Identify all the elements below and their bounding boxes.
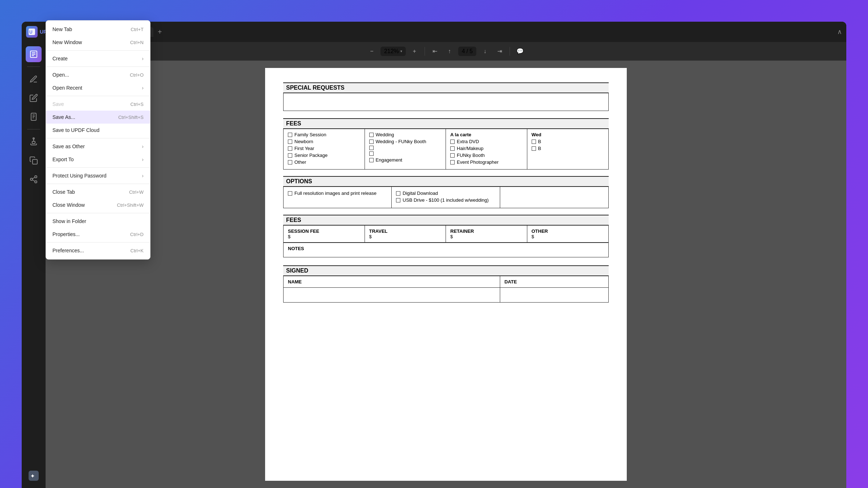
menu-item-properties[interactable]: Properties... Ctrl+D [46,228,150,241]
svg-point-14 [30,178,33,180]
menu-item-close-window[interactable]: Close Window Ctrl+Shift+W [46,198,150,211]
open-label: Open... [52,72,69,78]
menu-item-close-tab[interactable]: Close Tab Ctrl+W [46,185,150,198]
open-recent-arrow: › [142,85,144,91]
retainer-header: RETAINER$ [446,226,527,242]
zoom-out-button[interactable]: − [366,46,378,57]
sidebar-bottom: ✦ [26,468,42,484]
menu-separator-2 [46,67,150,67]
signed-title: SIGNED [283,265,609,276]
pages-icon[interactable] [26,109,42,125]
menu-separator-8 [46,242,150,243]
options-item: Digital Download [396,191,495,196]
options-col-3 [500,187,608,208]
checkbox [288,153,292,158]
zoom-in-button[interactable]: + [409,46,420,57]
menu-item-save-as[interactable]: Save As... Ctrl+Shift+S [46,111,150,124]
open-recent-label: Open Recent [52,85,82,91]
next-page-button[interactable]: ↓ [479,46,491,57]
close-tab-shortcut: Ctrl+W [129,189,144,195]
checkbox [450,160,455,164]
menu-item-show-in-folder[interactable]: Show in Folder [46,215,150,228]
checkbox [369,140,374,144]
sidebar-divider-2 [27,129,40,129]
fees-col-3: A la carte Extra DVD Hair/Makeup FUNky B… [446,129,527,169]
svg-text:U: U [29,30,33,35]
show-in-folder-label: Show in Folder [52,218,86,224]
ai-icon[interactable]: ✦ [26,468,42,484]
fees-item [369,151,442,156]
edit-icon[interactable] [26,90,42,106]
fees-item: Hair/Makeup [450,146,523,151]
close-window-label: Close Window [52,202,85,208]
menu-item-preferences[interactable]: Preferences... Ctrl+K [46,244,150,257]
checkbox [369,133,374,137]
page-nav: 4 / 5 [458,47,476,56]
checkbox [450,146,455,151]
fees-item: Engagement [369,157,442,163]
fees-item: Wedding - FUNky Booth [369,139,442,144]
menu-item-new-window[interactable]: New Window Ctrl+N [46,36,150,49]
svg-line-16 [33,180,35,181]
session-fee-header: SESSION FEE$ [284,226,365,242]
menu-item-save: Save Ctrl+S [46,98,150,111]
save-as-shortcut: Ctrl+Shift+S [118,115,144,120]
options-grid: Full resolution images and print release… [283,187,609,208]
last-page-button[interactable]: ⇥ [494,46,505,57]
stamp-icon[interactable] [26,134,42,150]
save-label: Save [52,101,64,107]
options-col-2: Digital Download USB Drive - $100 (1 inc… [392,187,500,208]
options-col-1: Full resolution images and print release [284,187,392,208]
checkbox [288,191,292,196]
menu-separator-3 [46,96,150,96]
pdf-area[interactable]: SPECIAL REQUESTS FEES Family Session New… [46,61,846,488]
checkbox [288,146,292,151]
new-tab-button[interactable]: + [155,27,165,37]
checkbox [450,140,455,144]
menu-item-new-tab[interactable]: New Tab Ctrl+T [46,23,150,36]
reader-icon[interactable] [26,46,42,62]
sidebar: ✦ [22,42,46,488]
menu-item-protect[interactable]: Protect Using Password › [46,169,150,182]
checkbox [396,191,400,196]
new-window-shortcut: Ctrl+N [130,40,144,45]
protect-arrow: › [142,173,144,179]
svg-line-17 [33,177,35,179]
open-shortcut: Ctrl+O [130,72,144,78]
fees-col-1: Family Session Newborn First Year Senior… [284,129,365,169]
menu-item-open-recent[interactable]: Open Recent › [46,81,150,94]
copy-icon[interactable] [26,153,42,168]
fees-col-4: Wed B B [527,129,609,169]
prev-page-button[interactable]: ↑ [444,46,455,57]
other-header: OTHER$ [527,226,609,242]
content-area: − 212% ▾ + ⇤ ↑ 4 / 5 ↓ ⇥ 💬 [46,42,846,488]
special-requests-box [283,93,609,111]
svg-rect-12 [33,159,37,164]
svg-rect-10 [32,141,35,144]
checkbox [288,140,292,144]
name-header: NAME [284,276,500,287]
menu-item-save-to-cloud[interactable]: Save to UPDF Cloud [46,124,150,137]
annotate-icon[interactable] [26,71,42,87]
first-page-button[interactable]: ⇤ [429,46,441,57]
toolbar: − 212% ▾ + ⇤ ↑ 4 / 5 ↓ ⇥ 💬 [46,42,846,61]
menu-separator-5 [46,167,150,168]
expand-icon[interactable]: ∧ [837,28,842,36]
checkbox [532,146,536,151]
file-menu-dropdown: New Tab Ctrl+T New Window Ctrl+N Create … [46,20,150,260]
checkbox [288,133,292,137]
fees2-header: SESSION FEE$ TRAVEL$ RETAINER$ OTHER$ [284,226,608,243]
travel-header: TRAVEL$ [365,226,446,242]
comment-button[interactable]: 💬 [514,46,526,57]
menu-item-create[interactable]: Create › [46,52,150,65]
svg-point-15 [35,181,37,183]
checkbox [450,153,455,158]
menu-item-open[interactable]: Open... Ctrl+O [46,68,150,81]
share-icon[interactable] [26,171,42,187]
new-window-label: New Window [52,39,82,45]
zoom-arrow[interactable]: ▾ [400,49,402,53]
menu-item-export-to[interactable]: Export To › [46,153,150,166]
create-arrow: › [142,56,144,61]
preferences-label: Preferences... [52,248,84,253]
menu-item-save-as-other[interactable]: Save as Other › [46,140,150,153]
